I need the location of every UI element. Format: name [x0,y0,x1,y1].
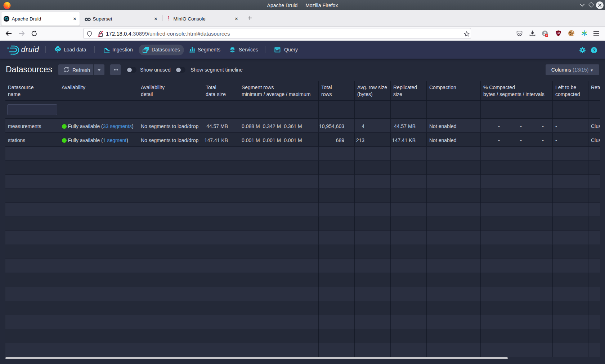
svg-text:UO: UO [557,32,560,35]
